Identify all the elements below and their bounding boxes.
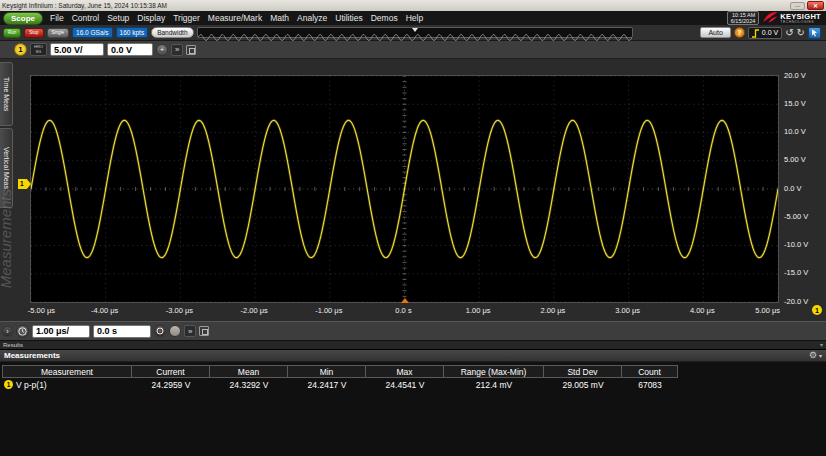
trigger-time-marker[interactable] [401, 298, 409, 303]
column-header-current[interactable]: Current [132, 365, 210, 378]
titlebar: Keysight Infiniium : Saturday, June 15, … [0, 0, 826, 11]
x-axis-label: 0.0 s [395, 306, 411, 315]
results-tabbar: Results ▾ [0, 341, 826, 350]
zoom-mode-button[interactable] [154, 325, 166, 337]
channel-dialog-icon[interactable] [186, 45, 196, 55]
menu-item-math[interactable]: Math [266, 13, 293, 23]
y-axis-label: 5.00 V [784, 155, 806, 164]
measurement-name: V p-p(1) [16, 380, 47, 390]
horizontal-settings-button[interactable] [16, 325, 29, 338]
run-button[interactable]: Run [3, 28, 21, 38]
menu-item-help[interactable]: Help [402, 13, 427, 23]
auto-trigger-button[interactable]: Auto [700, 27, 730, 38]
measurement-name-cell: 1V p-p(1) [2, 380, 132, 390]
column-header-measurement[interactable]: Measurement [2, 365, 132, 378]
scope-menu-button[interactable]: Scope [3, 12, 43, 25]
horizontal-more-button[interactable]: » [184, 325, 196, 337]
brand-name: KEYSIGHT [780, 13, 821, 20]
menu-item-measuremark[interactable]: Measure/Mark [204, 13, 266, 23]
menu-item-demos[interactable]: Demos [367, 13, 402, 23]
gear-icon[interactable]: ⚙ [809, 351, 817, 360]
tab-time-meas[interactable]: Time Meas [0, 62, 13, 126]
touch-screen-icon[interactable] [808, 27, 821, 39]
table-header-row: MeasurementCurrentMeanMinMaxRange (Max-M… [2, 365, 826, 378]
value-cell: 212.4 mV [444, 380, 544, 390]
x-axis-label: 4.00 μs [690, 306, 715, 315]
menu-item-trigger[interactable]: Trigger [169, 13, 204, 23]
horizontal-position-input[interactable]: 0.0 s [93, 325, 151, 338]
value-cell: 29.005 mV [544, 380, 622, 390]
table-row[interactable]: 1V p-p(1)24.2959 V24.3292 V24.2417 V24.4… [2, 378, 826, 391]
stop-button[interactable]: Stop [24, 28, 43, 38]
y-axis-label: -20.0 V [784, 297, 808, 306]
column-header-mean[interactable]: Mean [210, 365, 288, 378]
x-axis-label: 1.00 μs [466, 306, 491, 315]
column-header-stddev[interactable]: Std Dev [544, 365, 622, 378]
expand-panel-button[interactable]: › [2, 326, 13, 337]
x-axis-label: -3.00 μs [166, 306, 193, 315]
x-axis-label: -2.00 μs [240, 306, 267, 315]
column-header-rangemaxmin[interactable]: Range (Max-Min) [444, 365, 544, 378]
sample-rate-badge[interactable]: 16.0 GSa/s [72, 27, 113, 38]
clock-icon [18, 327, 27, 336]
measurements-header-bar: Measurements ⚙ ▾ [0, 350, 826, 362]
measurements-table: MeasurementCurrentMeanMinMaxRange (Max-M… [2, 365, 826, 391]
y-axis-labels: 20.0 V15.0 V10.0 V5.00 V0.0 V-5.00 V-10.… [784, 75, 824, 303]
gear-caret-icon[interactable]: ▾ [819, 352, 822, 359]
channel-1-indicator[interactable]: 1 [812, 305, 822, 315]
column-header-min[interactable]: Min [288, 365, 366, 378]
measurements-watermark: Measurements [0, 189, 14, 288]
bandwidth-button[interactable]: Bandwidth [151, 27, 193, 38]
x-axis-labels: -5.00 μs-4.00 μs-3.00 μs-2.00 μs-1.00 μs… [30, 306, 779, 316]
channel-mode-indicator[interactable]: HRO 8G [30, 43, 47, 56]
single-button[interactable]: Single [47, 28, 70, 38]
x-axis-label: -5.00 μs [28, 306, 55, 315]
channel-badge: 1 [4, 380, 13, 389]
acquisition-overview-strip[interactable] [197, 27, 633, 38]
x-axis-label: 3.00 μs [615, 306, 640, 315]
y-axis-label: 10.0 V [784, 127, 806, 136]
panel-menu-icon[interactable]: ▾ [820, 342, 823, 348]
segmented-mode-button[interactable] [169, 325, 181, 337]
measurements-title: Measurements [4, 351, 60, 360]
y-axis-label: 15.0 V [784, 99, 806, 108]
column-header-count[interactable]: Count [622, 365, 678, 378]
menu-item-display[interactable]: Display [133, 13, 169, 23]
x-axis-label: -1.00 μs [315, 306, 342, 315]
column-header-max[interactable]: Max [366, 365, 444, 378]
channel-more-button[interactable]: » [171, 44, 183, 56]
waveform-svg [31, 76, 778, 302]
menu-item-control[interactable]: Control [68, 13, 103, 23]
y-axis-label: 20.0 V [784, 71, 806, 80]
trigger-level-control[interactable]: 0.0 V [748, 27, 782, 39]
menu-item-analyze[interactable]: Analyze [293, 13, 331, 23]
trigger-level-value: 0.0 V [762, 29, 778, 36]
x-axis-label: 5.00 μs [755, 306, 780, 315]
redo-icon[interactable]: ↻ [797, 28, 805, 38]
memory-depth-badge[interactable]: 160 kpts [116, 27, 149, 38]
results-panel: Results ▾ Measurements ⚙ ▾ MeasurementCu… [0, 341, 826, 456]
results-panel-label[interactable]: Results [3, 342, 23, 348]
y-axis-label: -15.0 V [784, 268, 808, 277]
menu-item-setup[interactable]: Setup [103, 13, 133, 23]
channel-scale-input[interactable]: 5.00 V/ [50, 43, 104, 56]
channel-mode-line2: 8G [36, 50, 41, 55]
menu-items: FileControlSetupDisplayTriggerMeasure/Ma… [46, 13, 427, 23]
value-cell: 24.2417 V [288, 380, 366, 390]
value-cell: 24.3292 V [210, 380, 288, 390]
add-waveform-button[interactable]: + [156, 44, 168, 56]
menu-item-file[interactable]: File [46, 13, 68, 23]
x-axis-label: -4.00 μs [91, 306, 118, 315]
help-icon[interactable]: ? [734, 27, 745, 38]
timebase-input[interactable]: 1.00 μs/ [32, 325, 90, 338]
brand-text: KEYSIGHT TECHNOLOGIES [780, 13, 821, 24]
horizontal-dialog-icon[interactable] [199, 326, 209, 336]
undo-icon[interactable]: ↺ [785, 28, 793, 38]
waveform-area: Time Meas Vertical Meas Measurements 1 2… [0, 59, 826, 321]
trigger-edge-icon [752, 24, 760, 42]
waveform-display[interactable] [30, 75, 779, 303]
channel-offset-input[interactable]: 0.0 V [107, 43, 153, 56]
channel-controls-bar: 1 HRO 8G 5.00 V/ 0.0 V + » [0, 41, 826, 59]
channel-1-button[interactable]: 1 [14, 43, 27, 56]
menu-item-utilities[interactable]: Utilities [331, 13, 366, 23]
